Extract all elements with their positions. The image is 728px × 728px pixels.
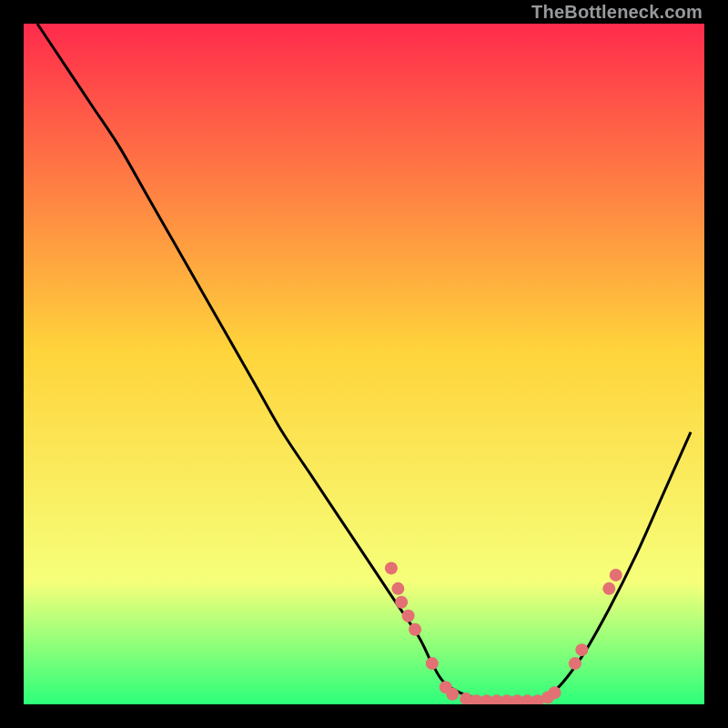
gradient-background <box>24 24 704 704</box>
data-point-marker <box>385 561 398 574</box>
chart-frame <box>24 24 704 704</box>
data-point-marker <box>602 582 615 595</box>
data-point-marker <box>402 610 415 622</box>
data-point-marker <box>569 657 581 670</box>
data-point-marker <box>610 569 622 581</box>
bottleneck-chart <box>24 24 704 704</box>
data-point-marker <box>391 582 404 595</box>
data-point-marker <box>409 623 421 636</box>
data-point-marker <box>548 686 561 699</box>
data-point-marker <box>426 657 439 670</box>
data-point-marker <box>575 643 588 656</box>
data-point-marker <box>395 596 408 609</box>
watermark-text: TheBottleneck.com <box>531 2 703 23</box>
data-point-marker <box>446 688 459 701</box>
